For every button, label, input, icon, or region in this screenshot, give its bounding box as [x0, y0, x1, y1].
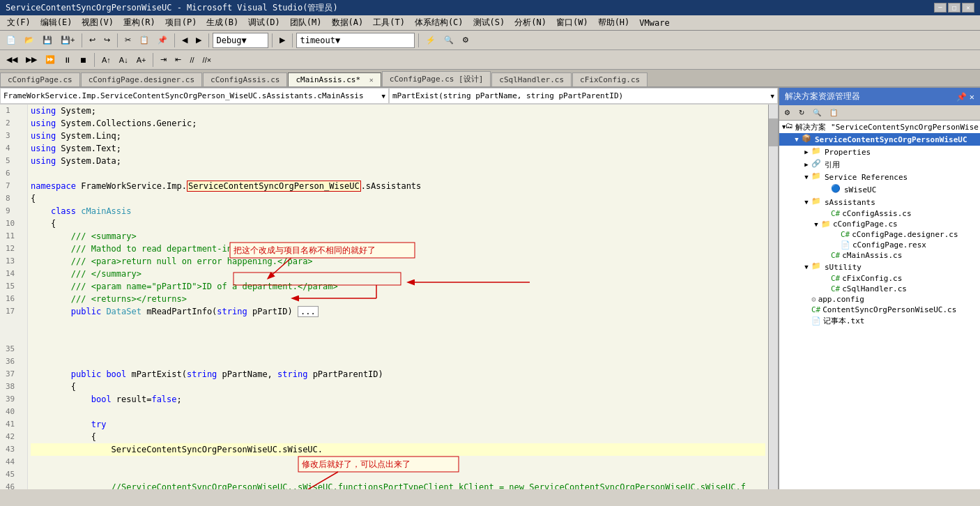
title-text: ServiceContentSyncOrgPersonWiseUC - Micr…	[6, 2, 338, 14]
toolbar2-btn8[interactable]: A+	[133, 54, 150, 66]
tab-csqlhandler[interactable]: cSqlHandler.cs	[491, 72, 572, 86]
menu-team[interactable]: 团队(M)	[286, 15, 326, 30]
code-nav-right-arrow[interactable]: ▼	[771, 93, 774, 100]
code-line-41: try	[31, 418, 765, 431]
toolbar-open-btn[interactable]: 📂	[21, 33, 38, 47]
tree-item-notepad[interactable]: 📄 记事本.txt	[779, 315, 980, 327]
tree-item-references[interactable]: ▶ 🔗 引用	[779, 158, 980, 171]
code-nav-left[interactable]: FrameWorkService.Imp.ServiceContentSyncO…	[0, 88, 389, 104]
tab-cfixconfig[interactable]: cFixConfig.cs	[572, 72, 648, 86]
menu-tools[interactable]: 工具(T)	[369, 15, 409, 30]
toolbar-copy-btn[interactable]: 📋	[136, 33, 153, 47]
menu-project[interactable]: 项目(P)	[161, 15, 201, 30]
menu-help[interactable]: 帮助(H)	[594, 15, 634, 30]
toolbar2-btn5[interactable]: ⏹	[76, 54, 91, 66]
close-button[interactable]: ✕	[962, 3, 974, 13]
menu-view[interactable]: 视图(V)	[77, 15, 118, 30]
menu-analyze[interactable]: 分析(N)	[510, 15, 551, 30]
toolbar-extra3[interactable]: ⚙	[459, 33, 473, 47]
menu-window[interactable]: 窗口(W)	[552, 15, 592, 30]
sidebar-filter-btn[interactable]: 🔍	[809, 107, 825, 118]
tree-item-cmainassis[interactable]: C# cMainAssis.cs	[779, 250, 980, 261]
toolbar-forward-btn[interactable]: ▶	[192, 33, 205, 47]
toolbar2-btn3[interactable]: ⏩	[42, 53, 59, 66]
tree-item-swiseuc[interactable]: 🔵 sWiseUC	[779, 183, 980, 196]
toolbar2-btn1[interactable]: ◀◀	[3, 53, 21, 66]
menu-test[interactable]: 测试(S)	[469, 15, 510, 30]
tree-item-cconfigpage-resx[interactable]: 📄 cConfigPage.resx	[779, 240, 980, 250]
sidebar-header-buttons[interactable]: 📌 ✕	[956, 92, 974, 102]
sidebar-show-all-btn[interactable]: 📋	[826, 107, 841, 118]
toolbar-save-btn[interactable]: 💾	[39, 33, 56, 47]
toolbar2-comment-btn[interactable]: //	[186, 54, 197, 66]
sidebar-close-icon[interactable]: ✕	[970, 92, 974, 102]
tree-item-sutility[interactable]: ▼ 📁 sUtility	[779, 261, 980, 273]
tree-item-cconfigassis[interactable]: C# cConfigAssis.cs	[779, 208, 980, 219]
tab-cconfigassis[interactable]: cConfigAssis.cs	[203, 72, 287, 86]
toolbar2-outdent-btn[interactable]: ⇤	[171, 53, 185, 66]
code-nav-right[interactable]: mPartExist(string pPartName, string pPar…	[389, 88, 778, 104]
menu-data[interactable]: 数据(A)	[328, 15, 368, 30]
tree-item-cfixconfig[interactable]: C# cFixConfig.cs	[779, 273, 980, 284]
tab-close-icon[interactable]: ✕	[369, 76, 374, 84]
sidebar-refresh-btn[interactable]: ↻	[795, 107, 808, 118]
scrollbar-thumb[interactable]	[769, 118, 778, 146]
code-content[interactable]: 12345 678910 1112131415 1617 3536373839 …	[0, 105, 778, 489]
tree-item-main-cs[interactable]: C# ContentSyncOrgPersonWiseUC.cs	[779, 305, 980, 315]
window-controls[interactable]: ─ □ ✕	[934, 3, 974, 13]
tree-item-properties[interactable]: ▶ 📁 Properties	[779, 146, 980, 158]
tree-arrow-cconfigpage: ▼	[811, 221, 821, 228]
menu-vmware[interactable]: VMware	[635, 17, 673, 29]
cs-icon-cconfigpage: 📁	[821, 220, 831, 229]
menu-edit[interactable]: 编辑(E)	[36, 15, 77, 30]
toolbar2-uncomment-btn[interactable]: //×	[199, 54, 215, 66]
tree-item-cconfigpage[interactable]: ▼ 📁 cConfigPage.cs	[779, 219, 980, 229]
toolbar-newproject-btn[interactable]: 📄	[3, 33, 20, 47]
sidebar-properties-btn[interactable]: ⚙	[781, 107, 794, 118]
tree-item-solution[interactable]: ▼ 🗂 解决方案 "ServiceContentSyncOrgPersonWis…	[779, 121, 980, 133]
tab-cconfigpage-design[interactable]: cConfigPage.cs [设计]	[382, 71, 491, 86]
maximize-button[interactable]: □	[948, 3, 960, 13]
toolbar2-btn6[interactable]: A↑	[98, 54, 114, 66]
tab-cconfigpage[interactable]: cConfigPage.cs	[0, 72, 80, 86]
code-line-6	[31, 167, 765, 180]
code-nav-left-arrow[interactable]: ▼	[382, 93, 385, 100]
sidebar-pin-icon[interactable]: 📌	[956, 92, 967, 102]
code-line-4: using System.Text;	[31, 142, 765, 155]
tree-item-project[interactable]: ▼ 📦 ServiceContentSyncOrgPersonWiseUC	[779, 133, 980, 146]
toolbar-paste-btn[interactable]: 📌	[154, 33, 171, 47]
menu-architecture[interactable]: 体系结构(C)	[411, 15, 468, 30]
menu-refactor[interactable]: 重构(R)	[119, 15, 160, 30]
tree-item-csqlhandler[interactable]: C# cSqlHandler.cs	[779, 284, 980, 294]
toolbar2-indent-btn[interactable]: ⇥	[157, 53, 170, 66]
minimize-button[interactable]: ─	[934, 3, 947, 13]
swiseuc-icon: 🔵	[831, 184, 842, 195]
toolbar-redo-btn[interactable]: ↪	[100, 33, 114, 47]
menu-file[interactable]: 文(F)	[3, 15, 35, 30]
tab-cconfigpage-designer[interactable]: cConfigPage.designer.cs	[81, 72, 202, 86]
code-line-38: {	[31, 381, 765, 393]
menu-build[interactable]: 生成(B)	[202, 15, 243, 30]
menu-debug[interactable]: 调试(D)	[244, 15, 284, 30]
tree-item-sassistants[interactable]: ▼ 📁 sAssistants	[779, 196, 980, 208]
toolbar-back-btn[interactable]: ◀	[178, 33, 191, 47]
toolbar-undo-btn[interactable]: ↩	[86, 33, 99, 47]
toolbar-saveall-btn[interactable]: 💾+	[57, 33, 78, 47]
debug-mode-dropdown[interactable]: Debug ▼	[213, 33, 268, 48]
tree-label-csqlhandler: cSqlHandler.cs	[842, 284, 907, 293]
toolbar2-btn7[interactable]: A↓	[116, 54, 132, 66]
timeout-dropdown[interactable]: timeout ▼	[296, 33, 415, 48]
toolbar-extra2[interactable]: 🔍	[441, 33, 457, 47]
sidebar-tree[interactable]: ▼ 🗂 解决方案 "ServiceContentSyncOrgPersonWis…	[779, 121, 980, 489]
vertical-scrollbar[interactable]	[768, 105, 778, 489]
toolbar2-btn4[interactable]: ⏸	[60, 54, 75, 66]
toolbar-cut-btn[interactable]: ✂	[121, 33, 135, 47]
code-lines[interactable]: using System; using System.Collections.G…	[28, 105, 768, 489]
run-button[interactable]: ▶	[276, 33, 289, 47]
toolbar2-btn2[interactable]: ▶▶	[22, 53, 40, 66]
tab-cmainassis[interactable]: cMainAssis.cs* ✕	[288, 72, 381, 86]
tree-item-appconfig[interactable]: ⚙ app.config	[779, 294, 980, 305]
tree-item-service-references[interactable]: ▼ 📁 Service References	[779, 171, 980, 183]
toolbar-extra1[interactable]: ⚡	[422, 33, 439, 47]
tree-item-cconfigpage-designer[interactable]: C# cConfigPage.designer.cs	[779, 229, 980, 240]
